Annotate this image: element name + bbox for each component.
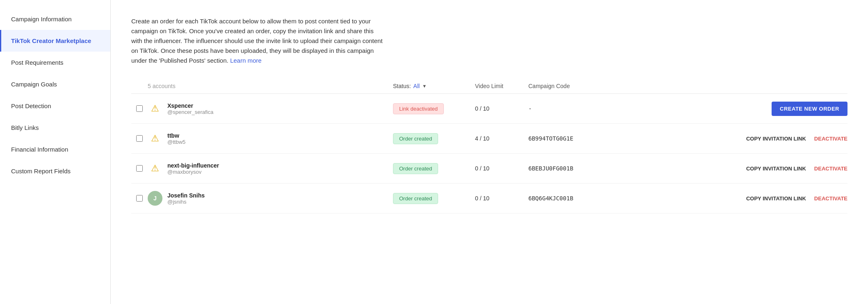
copy-invitation-link-button[interactable]: COPY INVITATION LINK (746, 195, 806, 202)
table-header: 5 accounts Status: All ▼ Video Limit Cam… (131, 79, 847, 94)
account-handle: @maxborysov (167, 169, 219, 175)
campaign-code: - (528, 105, 532, 112)
main-content: Create an order for each TikTok account … (111, 0, 868, 304)
account-handle: @jsnihs (167, 199, 205, 205)
row-checkbox-josefin[interactable] (136, 195, 143, 202)
video-limit: 4 / 10 (475, 135, 489, 142)
learn-more-link[interactable]: Learn more (230, 57, 262, 64)
row-checkbox-next-big-influencer[interactable] (136, 165, 143, 172)
row-checkbox-ttbw[interactable] (136, 135, 143, 142)
sidebar-item-post-detection[interactable]: Post Detection (0, 95, 110, 117)
status-badge: Order created (393, 133, 438, 144)
table-row: ⚠ next-big-influencer @maxborysov Order … (131, 154, 847, 184)
video-limit: 0 / 10 (475, 195, 489, 202)
status-filter-all[interactable]: All (413, 83, 420, 89)
account-handle: @ttbw5 (167, 139, 185, 145)
sidebar-item-custom-report-fields[interactable]: Custom Report Fields (0, 160, 110, 182)
sidebar-item-post-requirements[interactable]: Post Requirements (0, 52, 110, 73)
warning-icon: ⚠ (148, 161, 162, 176)
create-new-order-button[interactable]: CREATE NEW ORDER (772, 102, 847, 116)
campaign-code: 6B994TOTG0G1E (528, 135, 573, 142)
warning-icon: ⚠ (148, 131, 162, 146)
accounts-count: 5 accounts (148, 83, 176, 89)
table-row: J Josefin Snihs @jsnihs Order created 0 … (131, 184, 847, 213)
copy-invitation-link-button[interactable]: COPY INVITATION LINK (746, 136, 806, 142)
campaign-code: 6BQ6G4KJC001B (528, 195, 573, 202)
deactivate-button[interactable]: DEACTIVATE (814, 136, 847, 142)
sidebar-item-financial-information[interactable]: Financial Information (0, 138, 110, 160)
deactivate-button[interactable]: DEACTIVATE (814, 195, 847, 202)
sidebar-item-tiktok-creator-marketplace[interactable]: TikTok Creator Marketplace (0, 30, 110, 52)
sidebar-item-campaign-goals[interactable]: Campaign Goals (0, 73, 110, 95)
col-campaign-code-header: Campaign Code (528, 83, 602, 89)
description-text: Create an order for each TikTok account … (131, 16, 386, 66)
warning-icon: ⚠ (148, 101, 162, 116)
avatar: J (148, 191, 162, 206)
account-name: ttbw (167, 132, 185, 139)
status-badge: Order created (393, 193, 438, 204)
row-checkbox-xspencer[interactable] (136, 105, 143, 112)
account-handle: @spencer_serafica (167, 109, 213, 115)
account-name: Josefin Snihs (167, 192, 205, 199)
sidebar-item-bitly-links[interactable]: Bitly Links (0, 117, 110, 138)
status-badge: Order created (393, 163, 438, 174)
sidebar-item-campaign-information[interactable]: Campaign Information (0, 8, 110, 30)
video-limit: 0 / 10 (475, 105, 489, 112)
campaign-code: 6BEBJU0FG001B (528, 165, 573, 172)
table-row: ⚠ ttbw @ttbw5 Order created 4 / 10 6B994… (131, 124, 847, 154)
video-limit: 0 / 10 (475, 165, 489, 172)
copy-invitation-link-button[interactable]: COPY INVITATION LINK (746, 166, 806, 172)
table-row: ⚠ Xspencer @spencer_serafica Link deacti… (131, 94, 847, 124)
status-filter-container[interactable]: Status: All ▼ (393, 83, 475, 89)
col-video-limit-header: Video Limit (475, 83, 528, 89)
account-name: next-big-influencer (167, 162, 219, 169)
account-name: Xspencer (167, 102, 213, 109)
status-badge: Link deactivated (393, 103, 444, 114)
sidebar: Campaign Information TikTok Creator Mark… (0, 0, 111, 304)
status-filter-chevron-icon[interactable]: ▼ (422, 84, 427, 88)
deactivate-button[interactable]: DEACTIVATE (814, 166, 847, 172)
